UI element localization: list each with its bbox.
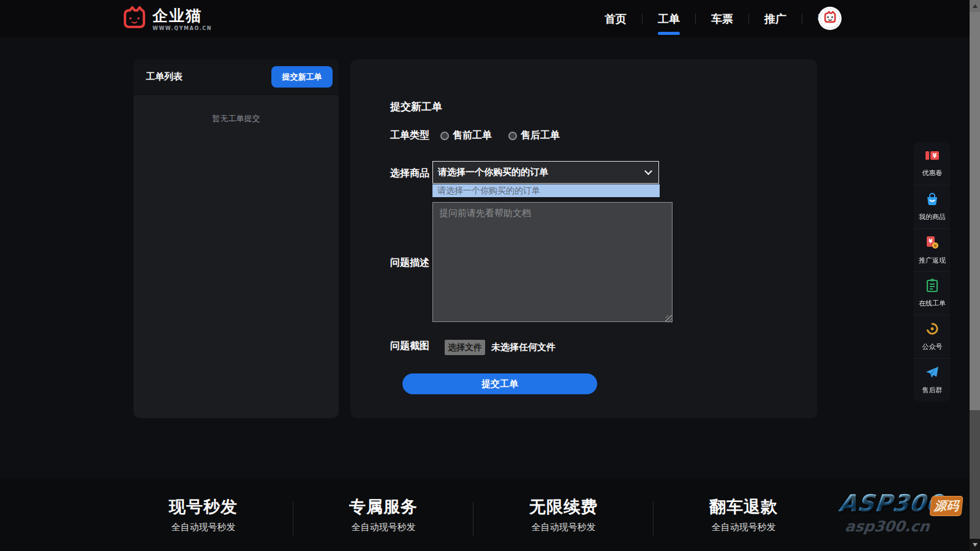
nav-item-home[interactable]: 首页	[589, 12, 642, 26]
form-title: 提交新工单	[390, 100, 442, 114]
textarea-resize-grip[interactable]	[665, 315, 673, 323]
brand-logo[interactable]: 企业猫 WWW.QYMAO.CN	[121, 6, 212, 33]
ticket-type-radio-group: 售前工单 售后工单	[440, 129, 560, 142]
footer-feature-renewal: 无限续费 全自动现号秒发	[473, 496, 654, 533]
description-textarea[interactable]	[432, 202, 673, 322]
svg-text:¥: ¥	[932, 152, 937, 159]
official-account-icon	[925, 321, 940, 339]
cashback-icon: ¥ ¥	[925, 235, 940, 252]
ticket-type-label: 工单类型	[390, 129, 429, 142]
brand-url: WWW.QYMAO.CN	[153, 26, 212, 31]
arrow-up-icon	[973, 4, 978, 8]
chevron-down-icon	[644, 167, 652, 175]
new-ticket-button[interactable]: 提交新工单	[271, 66, 333, 88]
side-item-official-account[interactable]: 公众号	[914, 315, 950, 359]
arrow-down-icon	[973, 543, 978, 547]
footer-feature-service: 专属服务 全自动现号秒发	[293, 496, 473, 533]
clipboard-icon	[925, 278, 940, 295]
svg-text:¥: ¥	[929, 238, 933, 244]
brand-name: 企业猫	[153, 8, 212, 23]
avatar-dashed-ring	[820, 9, 840, 28]
side-item-online-ticket[interactable]: 在线工单	[914, 272, 950, 315]
product-label: 选择商品	[390, 167, 429, 180]
watermark-source-badge: 源码	[929, 496, 963, 516]
choose-file-button[interactable]: 选择文件	[445, 340, 485, 355]
shopping-bag-icon	[925, 192, 940, 209]
submit-ticket-button[interactable]: 提交工单	[402, 373, 597, 394]
side-item-coupons[interactable]: ¥ 优惠卷	[914, 142, 950, 186]
new-ticket-form-panel: 提交新工单 工单类型 售前工单 售后工单 选择商品 请选择一个你购买的的订单 请…	[350, 59, 817, 418]
ticket-list-panel: 工单列表 提交新工单 暂无工单提交	[134, 59, 339, 418]
vertical-scrollbar[interactable]	[970, 0, 980, 551]
scrollbar-down-button[interactable]	[970, 539, 980, 551]
description-label: 问题描述	[390, 257, 429, 269]
scrollbar-up-button[interactable]	[970, 0, 980, 12]
top-navbar: 企业猫 WWW.QYMAO.CN 首页 工单 车票 推广 帮助	[0, 0, 980, 37]
main-nav: 首页 工单 车票 推广 帮助	[589, 0, 855, 37]
nav-item-promotion[interactable]: 推广	[749, 12, 802, 26]
asp300-watermark: ASP300 源码 asp300.cn	[835, 490, 969, 535]
ticket-list-empty-text: 暂无工单提交	[134, 113, 339, 124]
nav-item-passes[interactable]: 车票	[696, 12, 748, 26]
screenshot-label: 问题截图	[390, 340, 429, 353]
footer-feature-refund: 翻车退款 全自动现号秒发	[654, 496, 834, 533]
scrollbar-thumb[interactable]	[970, 12, 980, 410]
footer: 现号秒发 全自动现号秒发 专属服务 全自动现号秒发 无限续费 全自动现号秒发 翻…	[0, 479, 980, 551]
cat-logo-icon	[121, 6, 147, 33]
radio-presale-circle[interactable]	[440, 132, 449, 140]
floating-side-menu: ¥ 优惠卷 我的商品 ¥ ¥ 推广返现	[914, 142, 950, 402]
side-item-aftersale-group[interactable]: 售后群	[914, 359, 950, 402]
side-item-my-products[interactable]: 我的商品	[914, 186, 950, 229]
nav-item-tickets[interactable]: 工单	[643, 12, 695, 26]
coupon-icon: ¥	[925, 149, 940, 165]
active-tab-underline	[658, 32, 680, 35]
radio-aftersale-circle[interactable]	[508, 132, 517, 140]
radio-aftersale[interactable]: 售后工单	[508, 129, 560, 142]
ticket-list-title: 工单列表	[146, 71, 183, 83]
radio-presale[interactable]: 售前工单	[440, 129, 492, 142]
ticket-list-header: 工单列表 提交新工单	[134, 59, 339, 95]
side-item-cashback[interactable]: ¥ ¥ 推广返现	[914, 229, 950, 272]
footer-feature-instant: 现号秒发 全自动现号秒发	[113, 496, 293, 533]
telegram-icon	[925, 365, 940, 382]
product-select-value: 请选择一个你购买的的订单	[438, 167, 548, 178]
product-select-open-option[interactable]: 请选择一个你购买的的订单	[432, 184, 660, 197]
svg-text:¥: ¥	[933, 244, 937, 249]
watermark-domain-text: asp300.cn	[844, 518, 966, 535]
user-avatar[interactable]	[818, 7, 842, 30]
product-select[interactable]: 请选择一个你购买的的订单	[432, 161, 659, 184]
file-status-text: 未选择任何文件	[491, 342, 556, 353]
